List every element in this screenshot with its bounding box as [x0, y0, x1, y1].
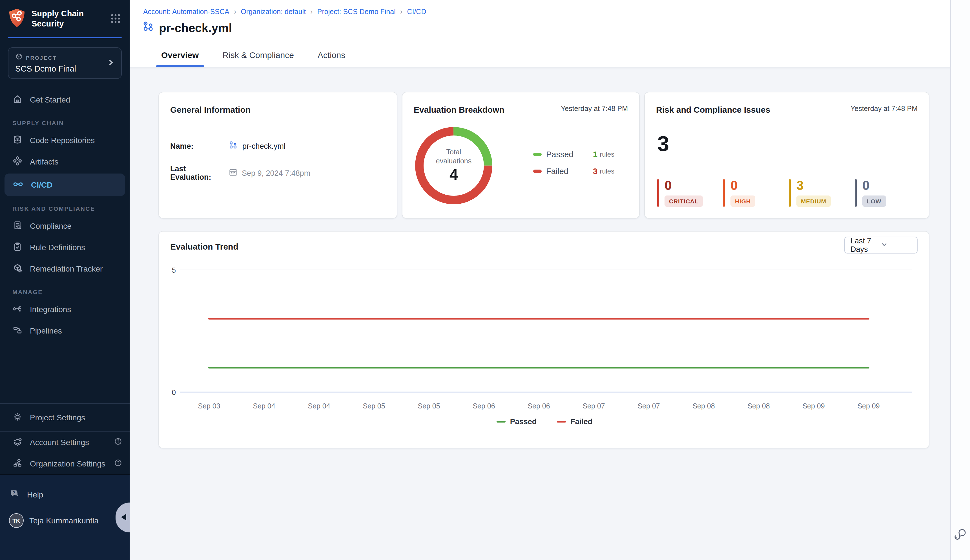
total-issues-value: 3 [657, 133, 669, 154]
sidebar-item-remediation-tracker[interactable]: Remediation Tracker [0, 258, 130, 280]
sidebar-item-artifacts[interactable]: Artifacts [0, 151, 130, 172]
section-manage: MANAGE [0, 288, 130, 298]
app-window: Supply Chain Security [0, 0, 970, 560]
chevron-right-icon [107, 58, 114, 68]
evaluations-donut-chart: Total evaluations 4 [414, 126, 493, 205]
breadcrumb-separator: › [310, 7, 313, 16]
evaluation-trend-card: Evaluation Trend Last 7 Days 50Sep 03Sep… [159, 231, 930, 448]
pipeline-name-value: pr-check.yml [242, 142, 285, 150]
breadcrumb-organization-link[interactable]: Organization: default [240, 8, 306, 15]
sidebar-item-compliance[interactable]: Compliance [0, 215, 130, 237]
module-switcher-grid-icon[interactable] [109, 12, 122, 26]
tab-overview[interactable]: Overview [156, 42, 204, 67]
sidebar-item-code-repositories[interactable]: Code Repositories [0, 130, 130, 151]
sidebar-item-cicd[interactable]: CI/CD [5, 173, 125, 196]
tab-risk-compliance[interactable]: Risk & Compliance [217, 42, 299, 67]
breadcrumb-separator: › [400, 7, 403, 16]
passed-swatch [533, 153, 542, 156]
failed-count: 3 [593, 167, 598, 176]
project-selector[interactable]: PROJECT SCS Demo Final [8, 47, 122, 79]
home-icon [12, 94, 23, 106]
pipelines-icon [12, 325, 23, 337]
trend-legend-item: Passed [497, 417, 537, 426]
info-icon[interactable] [114, 438, 122, 447]
sidebar-item-integrations[interactable]: Integrations [0, 298, 130, 320]
org-gear-icon [12, 458, 23, 470]
sidebar-nav: Get Started SUPPLY CHAIN Code Repositori… [0, 89, 130, 342]
sidebar-item-project-settings[interactable]: Project Settings [0, 404, 130, 431]
severity-critical: 0 CRITICAL [657, 179, 716, 207]
severity-bar [657, 179, 659, 207]
page-header: Account: Automation-SSCA › Organization:… [130, 0, 970, 67]
sidebar: Supply Chain Security [0, 0, 130, 560]
sidebar-item-account-settings[interactable]: Account Settings [0, 432, 130, 453]
right-rail [950, 0, 970, 560]
legend-item-failed: Failed 3 rules [533, 167, 614, 176]
info-icon[interactable] [114, 459, 122, 468]
sidebar-footer: ? Help TK Teja Kummarikuntla [0, 474, 130, 560]
svg-text:5: 5 [172, 266, 176, 274]
donut-center-label: Total evaluations [429, 148, 478, 166]
svg-text:Sep 04: Sep 04 [253, 402, 275, 410]
severity-badge: LOW [862, 195, 886, 207]
severity-high: 0 HIGH [723, 179, 782, 207]
svg-text:Sep 07: Sep 07 [638, 402, 660, 410]
sidebar-item-rule-definitions[interactable]: Rule Definitions [0, 237, 130, 258]
svg-text:0: 0 [172, 388, 176, 397]
severity-bar [723, 179, 725, 207]
svg-text:Sep 08: Sep 08 [693, 402, 715, 410]
severity-medium: 3 MEDIUM [789, 179, 848, 207]
date-range-select[interactable]: Last 7 Days [844, 237, 918, 253]
evaluation-breakdown-card: Evaluation Breakdown Yesterday at 7:48 P… [402, 92, 640, 218]
card-title: Evaluation Breakdown [414, 105, 504, 114]
project-label: PROJECT [26, 54, 57, 60]
section-risk-compliance: RISK AND COMPLIANCE [0, 205, 130, 215]
page-title: pr-check.yml [159, 21, 232, 35]
failed-swatch [533, 170, 542, 173]
severity-row: 0 CRITICAL 0 HIGH 3 MEDIUM [657, 179, 914, 207]
gear-icon [12, 412, 23, 423]
chat-bubbles-icon[interactable] [954, 527, 967, 543]
svg-text:Sep 08: Sep 08 [747, 402, 770, 410]
trend-legend-item: Failed [557, 417, 593, 426]
compliance-doc-icon [12, 220, 23, 232]
card-title: Evaluation Trend [170, 242, 239, 251]
breadcrumb-account-link[interactable]: Account: Automation-SSCA [143, 8, 229, 15]
tab-actions[interactable]: Actions [312, 42, 350, 67]
svg-text:Sep 07: Sep 07 [583, 402, 605, 410]
last-evaluation-label: Last Evaluation: [170, 165, 224, 182]
artifacts-icon [12, 156, 23, 168]
name-label: Name: [170, 142, 224, 150]
avatar: TK [9, 513, 24, 528]
card-timestamp: Yesterday at 7:48 PM [561, 105, 628, 113]
sidebar-item-get-started[interactable]: Get Started [0, 89, 130, 110]
main-area: Account: Automation-SSCA › Organization:… [130, 0, 970, 560]
supply-chain-shield-icon [8, 8, 26, 30]
sidebar-item-organization-settings[interactable]: Organization Settings [0, 453, 130, 474]
project-name: SCS Demo Final [15, 64, 107, 73]
svg-text:Sep 04: Sep 04 [308, 402, 330, 410]
svg-text:Sep 03: Sep 03 [198, 402, 220, 410]
code-repo-icon [12, 134, 23, 146]
severity-badge: HIGH [730, 195, 755, 207]
chevron-left-icon [121, 514, 126, 520]
trend-line-chart: 50Sep 03Sep 04Sep 04Sep 05Sep 05Sep 06Se… [170, 258, 919, 426]
page-content: General Information Name: pr-check.yml L… [130, 67, 970, 560]
breadcrumb-cicd-link[interactable]: CI/CD [407, 8, 426, 15]
breadcrumb-separator: › [234, 7, 237, 16]
user-menu[interactable]: TK Teja Kummarikuntla [0, 505, 130, 528]
severity-bar [789, 179, 791, 207]
brand-underline [8, 37, 122, 38]
pipeline-icon [143, 21, 154, 35]
sidebar-item-pipelines[interactable]: Pipelines [0, 320, 130, 342]
breadcrumb-project-link[interactable]: Project: SCS Demo Final [317, 8, 396, 15]
last-evaluation-value: Sep 9, 2024 7:48pm [242, 169, 310, 177]
donut-total-value: 4 [449, 167, 458, 184]
severity-bar [855, 179, 857, 207]
severity-badge: CRITICAL [664, 195, 703, 207]
svg-text:Sep 05: Sep 05 [417, 402, 440, 410]
chevron-down-icon [881, 241, 912, 249]
sidebar-item-help[interactable]: ? Help [0, 484, 130, 505]
svg-text:Sep 06: Sep 06 [528, 402, 550, 410]
breakdown-legend: Passed 1 rules Failed 3 rules [533, 150, 614, 176]
